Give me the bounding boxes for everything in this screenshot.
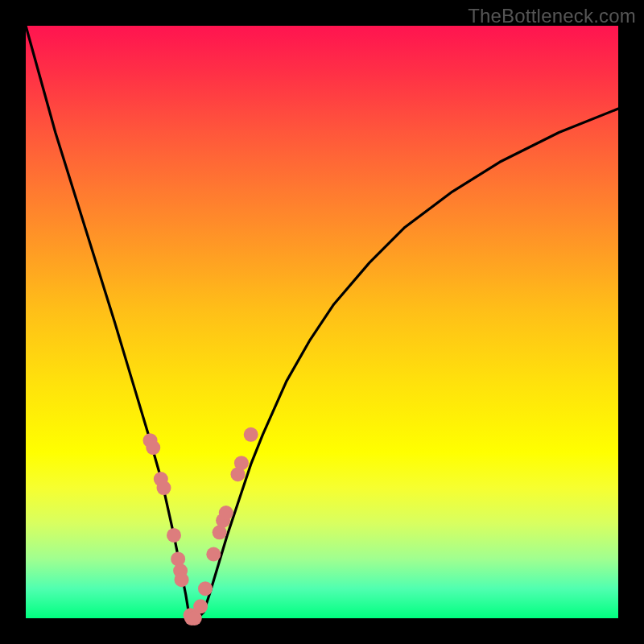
highlight-dot: [167, 528, 181, 543]
chart-frame: TheBottleneck.com: [0, 0, 644, 644]
highlight-dot: [156, 481, 171, 495]
highlight-dot: [206, 547, 221, 562]
highlight-dot: [146, 440, 160, 455]
watermark-text: TheBottleneck.com: [468, 5, 636, 27]
highlight-dot: [193, 599, 208, 613]
curve-layer: [26, 26, 618, 618]
highlight-dot: [219, 506, 233, 520]
plot-area: [26, 26, 618, 618]
highlight-dots-group: [143, 427, 258, 625]
highlight-dot: [198, 581, 213, 596]
highlight-dot: [234, 456, 249, 470]
highlight-dot: [244, 427, 258, 442]
bottleneck-curve: [26, 26, 618, 618]
highlight-dot: [175, 572, 189, 587]
